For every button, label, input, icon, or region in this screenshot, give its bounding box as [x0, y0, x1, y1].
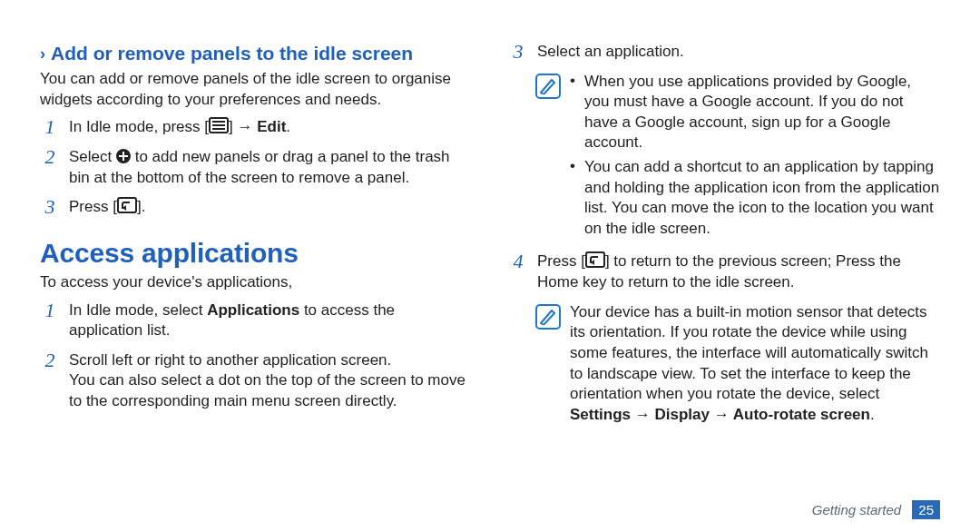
page-footer: Getting started 25	[812, 500, 940, 519]
menu-icon	[209, 117, 229, 133]
step-text: In Idle mode, select Applications to acc…	[69, 300, 472, 341]
note-body: Your device has a built-in motion sensor…	[570, 302, 940, 426]
step-text: Select an application.	[537, 42, 940, 63]
step-number: 2	[40, 147, 60, 188]
step-text: Scroll left or right to another applicat…	[69, 350, 472, 412]
step-text: Select to add new panels or drag a panel…	[69, 147, 472, 188]
step-text: Press [].	[69, 197, 472, 218]
plus-icon	[116, 149, 131, 163]
left-column: ›Add or remove panels to the idle screen…	[40, 38, 472, 532]
step-item: 1 In Idle mode, select Applications to a…	[40, 300, 472, 341]
step-number: 3	[508, 42, 528, 63]
step-item: 3 Select an application.	[508, 42, 940, 63]
step-item: 4 Press [] to return to the previous scr…	[508, 251, 940, 292]
footer-section: Getting started	[812, 502, 901, 517]
chevron-icon: ›	[40, 44, 45, 63]
step-text: In Idle mode, press [] → Edit.	[69, 117, 472, 138]
step-text: Press [] to return to the previous scree…	[537, 251, 940, 292]
access-intro: To access your device's applications,	[40, 272, 472, 293]
subheading-text: Add or remove panels to the idle screen	[51, 43, 413, 64]
back-icon	[585, 251, 605, 268]
step-item: 1 In Idle mode, press [] → Edit.	[40, 117, 472, 138]
step-number: 4	[508, 251, 528, 292]
note-icon	[535, 74, 561, 99]
note-body: • When you use applications provided by …	[570, 72, 940, 243]
subheading: ›Add or remove panels to the idle screen	[40, 42, 472, 65]
note-icon	[535, 304, 561, 330]
step-item: 2 Select to add new panels or drag a pan…	[40, 147, 472, 188]
step-number: 3	[40, 197, 60, 218]
note-block: • When you use applications provided by …	[535, 72, 940, 243]
step-item: 3 Press [].	[40, 197, 472, 218]
note-bullet: • You can add a shortcut to an applicati…	[570, 157, 940, 239]
step-number: 2	[40, 350, 60, 412]
intro-text: You can add or remove panels of the idle…	[40, 69, 472, 110]
back-icon	[117, 197, 137, 213]
footer-page-number: 25	[912, 500, 940, 519]
step-number: 1	[40, 117, 60, 138]
step-number: 1	[40, 300, 60, 341]
note-bullet: • When you use applications provided by …	[570, 72, 940, 153]
note-block: Your device has a built-in motion sensor…	[535, 302, 940, 426]
step-item: 2 Scroll left or right to another applic…	[40, 350, 472, 412]
right-column: 3 Select an application. • When you use …	[508, 38, 940, 532]
heading: Access applications	[40, 238, 472, 269]
